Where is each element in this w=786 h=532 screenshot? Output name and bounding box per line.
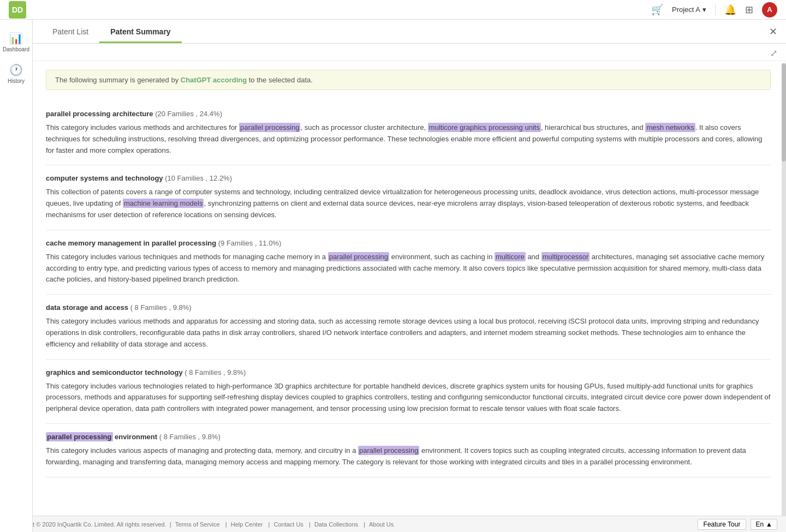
category-stats: ( 8 Families , 9.8%): [128, 303, 192, 312]
category-text: This category includes various methods a…: [46, 316, 771, 350]
category-section: cache memory management in parallel proc…: [46, 230, 771, 295]
scrollbar-thumb[interactable]: [782, 63, 786, 162]
category-title: computer systems and technology (10 Fami…: [46, 174, 771, 182]
category-name: computer systems and technology: [46, 174, 163, 182]
category-text: This category includes various technique…: [46, 252, 771, 285]
category-text: This category includes various technolog…: [46, 381, 771, 415]
grid-icon[interactable]: ⊞: [745, 4, 753, 16]
tabs-bar: Patent List Patent Summary ✕: [33, 20, 786, 44]
category-text: This category includes various aspects o…: [46, 445, 771, 468]
category-section: computer systems and technology (10 Fami…: [46, 165, 771, 230]
history-icon: 🕐: [9, 63, 23, 76]
category-section: parallel processing environment ( 8 Fami…: [46, 424, 771, 477]
scrollbar-track: [782, 63, 786, 516]
highlight-term: mesh networks: [645, 123, 695, 132]
highlight-term: parallel processing: [358, 446, 419, 455]
sidebar-label-history: History: [8, 78, 25, 84]
highlight-term: multicore: [495, 252, 526, 261]
category-title: data storage and access ( 8 Families , 9…: [46, 303, 771, 312]
tab-patent-list[interactable]: Patent List: [41, 20, 99, 43]
navbar: DD 🛒 Project A ▾ 🔔 ⊞ A: [0, 0, 786, 20]
category-section: parallel processing architecture (20 Fam…: [46, 101, 771, 165]
category-title: graphics and semiconductor technology ( …: [46, 368, 771, 376]
divider: [715, 4, 716, 15]
banner-prefix: The following summary is generated by: [55, 76, 181, 84]
highlight-term: multiprocessor: [541, 252, 590, 261]
category-title: parallel processing architecture (20 Fam…: [46, 110, 771, 118]
category-name: cache memory management in parallel proc…: [46, 239, 216, 247]
category-stats: (20 Families , 24.4%): [153, 110, 222, 118]
info-banner: The following summary is generated by Ch…: [46, 70, 771, 90]
category-name: data storage and access: [46, 303, 128, 312]
category-text: This category includes various methods a…: [46, 122, 771, 156]
highlight-term: multicore graphics processing units: [428, 123, 541, 132]
sidebar-item-dashboard[interactable]: 📊 Dashboard: [2, 28, 31, 56]
category-text: This collection of patents covers a rang…: [46, 187, 771, 220]
navbar-right: 🛒 Project A ▾ 🔔 ⊞ A: [651, 2, 777, 17]
sidebar-item-history[interactable]: 🕐 History: [2, 60, 31, 87]
content-area: The following summary is generated by Ch…: [33, 61, 784, 486]
category-stats: ( 8 Families , 9.8%): [183, 368, 246, 376]
category-section: graphics and semiconductor technology ( …: [46, 360, 771, 424]
category-stats: (9 Families , 11.0%): [216, 239, 281, 247]
category-title: parallel processing environment ( 8 Fami…: [46, 433, 771, 441]
project-name: Project A: [672, 5, 700, 14]
highlight-term: parallel processing: [328, 252, 389, 261]
content-scroll[interactable]: The following summary is generated by Ch…: [33, 61, 786, 498]
sidebar-label-dashboard: Dashboard: [3, 46, 29, 52]
avatar[interactable]: A: [762, 2, 777, 17]
logo: DD: [9, 1, 26, 19]
main-wrapper: Patent List Patent Summary ✕ ⤢ The follo…: [33, 20, 786, 516]
category-stats: (10 Families , 12.2%): [163, 174, 232, 182]
category-name: graphics and semiconductor technology: [46, 368, 183, 376]
highlight-term: parallel processing: [46, 432, 113, 441]
highlight-term: parallel processing: [239, 123, 300, 132]
expand-icon[interactable]: ⤢: [770, 48, 777, 58]
category-section: data storage and access ( 8 Families , 9…: [46, 295, 771, 359]
sidebar: 📊 Dashboard 🕐 History: [0, 20, 33, 516]
chevron-down-icon: ▾: [702, 5, 706, 14]
close-button[interactable]: ✕: [769, 26, 777, 38]
dashboard-icon: 📊: [9, 32, 23, 45]
toolbar-row: ⤢: [33, 44, 786, 61]
category-name: environment: [113, 433, 158, 441]
tab-patent-summary[interactable]: Patent Summary: [99, 20, 181, 43]
banner-suffix: to the selected data.: [247, 76, 313, 84]
category-name: parallel processing architecture: [46, 110, 153, 118]
highlight-term: machine learning models: [123, 199, 204, 208]
category-title: cache memory management in parallel proc…: [46, 239, 771, 247]
bell-icon[interactable]: 🔔: [724, 4, 736, 16]
project-selector[interactable]: Project A ▾: [672, 5, 706, 14]
banner-highlight: ChatGPT according: [181, 76, 247, 84]
cart-icon[interactable]: 🛒: [651, 4, 663, 16]
category-stats: ( 8 Families , 9.8%): [157, 433, 221, 441]
